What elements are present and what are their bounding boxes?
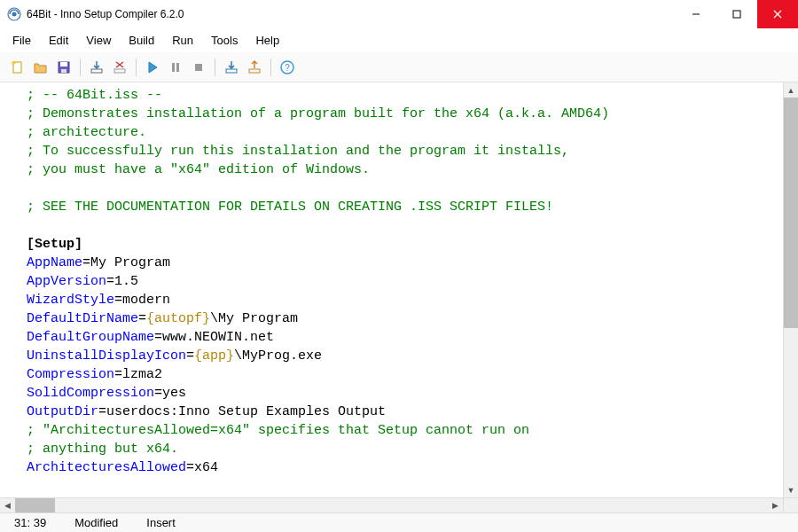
status-modified: Modified xyxy=(60,516,132,529)
step-into-button[interactable] xyxy=(221,57,242,78)
svg-rect-21 xyxy=(249,69,260,73)
code-comment: ; architecture. xyxy=(27,125,146,140)
svg-rect-18 xyxy=(176,63,179,72)
code-key: AppName xyxy=(27,255,82,270)
menu-view[interactable]: View xyxy=(77,30,120,51)
svg-text:?: ? xyxy=(285,63,290,73)
code-eq: = xyxy=(186,348,194,364)
menu-help[interactable]: Help xyxy=(246,30,288,51)
menu-tools[interactable]: Tools xyxy=(202,30,246,51)
minimize-button[interactable] xyxy=(676,0,716,28)
menu-run[interactable]: Run xyxy=(163,30,202,51)
window-controls xyxy=(676,0,798,28)
code-const: {autopf} xyxy=(146,311,210,326)
pause-button[interactable] xyxy=(165,57,186,78)
svg-rect-3 xyxy=(733,11,740,18)
code-eq: = xyxy=(138,311,146,326)
code-value: \MyProg.exe xyxy=(234,348,322,364)
svg-point-1 xyxy=(12,12,17,17)
status-position: 31: 39 xyxy=(0,516,60,529)
code-key: Compression xyxy=(27,367,114,382)
svg-rect-20 xyxy=(226,69,237,73)
scroll-right-arrow[interactable]: ▶ xyxy=(768,498,783,512)
horizontal-scrollbar[interactable]: ◀ ▶ xyxy=(0,497,798,512)
code-value: =yes xyxy=(154,386,186,401)
scroll-down-arrow[interactable]: ▼ xyxy=(784,482,798,497)
code-comment: ; "ArchitecturesAllowed=x64" specifies t… xyxy=(27,423,529,438)
svg-rect-11 xyxy=(61,69,66,73)
statusbar: 31: 39 Modified Insert xyxy=(0,512,798,532)
code-section: [Setup] xyxy=(27,237,82,252)
code-value: =modern xyxy=(114,293,170,308)
code-comment: ; -- 64Bit.iss -- xyxy=(27,88,162,103)
code-key: UninstallDisplayIcon xyxy=(27,348,186,364)
code-value: =www.NEOWIN.net xyxy=(154,330,274,345)
toolbar-separator xyxy=(80,59,81,76)
code-key: AppVersion xyxy=(27,274,106,289)
toolbar-separator xyxy=(270,59,271,76)
code-comment: ; you must have a "x64" edition of Windo… xyxy=(27,162,370,177)
stop-button[interactable] xyxy=(188,57,209,78)
titlebar: 64Bit - Inno Setup Compiler 6.2.0 xyxy=(0,0,798,28)
stop-compile-button[interactable] xyxy=(109,57,130,78)
code-value: =x64 xyxy=(186,460,218,475)
code-comment: ; To successfully run this installation … xyxy=(27,144,569,159)
code-value: =My Program xyxy=(82,255,170,270)
menu-edit[interactable]: Edit xyxy=(40,30,77,51)
scrollbar-corner xyxy=(783,498,798,512)
menu-file[interactable]: File xyxy=(4,30,40,51)
toolbar-separator xyxy=(215,59,215,76)
window-title: 64Bit - Inno Setup Compiler 6.2.0 xyxy=(27,8,676,20)
code-key: OutputDir xyxy=(27,404,98,419)
editor-area: ; -- 64Bit.iss -- ; Demonstrates install… xyxy=(0,82,798,497)
scroll-track[interactable] xyxy=(15,498,768,512)
toolbar: ? xyxy=(0,52,798,82)
code-key: WizardStyle xyxy=(27,293,114,308)
code-value: =lzma2 xyxy=(114,367,162,382)
code-key: ArchitecturesAllowed xyxy=(27,460,186,475)
svg-rect-19 xyxy=(195,64,202,71)
menu-build[interactable]: Build xyxy=(120,30,163,51)
svg-rect-17 xyxy=(172,63,175,72)
vertical-scrollbar[interactable]: ▲ ▼ xyxy=(783,82,798,497)
scroll-thumb[interactable] xyxy=(784,98,798,328)
code-value: =userdocs:Inno Setup Examples Output xyxy=(98,404,386,419)
svg-point-8 xyxy=(12,61,14,64)
scroll-thumb[interactable] xyxy=(15,498,55,512)
code-editor[interactable]: ; -- 64Bit.iss -- ; Demonstrates install… xyxy=(0,82,783,497)
status-insert-mode: Insert xyxy=(132,516,190,529)
app-icon xyxy=(7,7,21,21)
maximize-button[interactable] xyxy=(716,0,757,28)
new-file-button[interactable] xyxy=(7,57,28,78)
save-button[interactable] xyxy=(53,57,74,78)
svg-rect-12 xyxy=(91,69,102,73)
code-comment: ; anything but x64. xyxy=(27,442,178,457)
open-file-button[interactable] xyxy=(30,57,51,78)
step-out-button[interactable] xyxy=(244,57,265,78)
scroll-track[interactable] xyxy=(784,98,798,482)
code-const: {app} xyxy=(194,348,234,364)
code-value: =1.5 xyxy=(106,274,138,289)
svg-marker-16 xyxy=(149,62,157,73)
menubar: File Edit View Build Run Tools Help xyxy=(0,28,798,52)
toolbar-separator xyxy=(136,59,137,76)
code-key: DefaultGroupName xyxy=(27,330,154,345)
code-key: SolidCompression xyxy=(27,386,154,401)
svg-rect-10 xyxy=(60,62,67,66)
code-key: DefaultDirName xyxy=(27,311,138,326)
compile-button[interactable] xyxy=(86,57,107,78)
code-comment: ; Demonstrates installation of a program… xyxy=(27,106,609,121)
close-button[interactable] xyxy=(757,0,798,28)
svg-rect-13 xyxy=(114,69,125,73)
code-value: \My Program xyxy=(210,311,298,326)
code-comment: ; SEE THE DOCUMENTATION FOR DETAILS ON C… xyxy=(27,200,553,215)
help-button[interactable]: ? xyxy=(277,57,298,78)
scroll-left-arrow[interactable]: ◀ xyxy=(0,498,15,512)
scroll-up-arrow[interactable]: ▲ xyxy=(784,82,798,98)
run-button[interactable] xyxy=(142,57,163,78)
